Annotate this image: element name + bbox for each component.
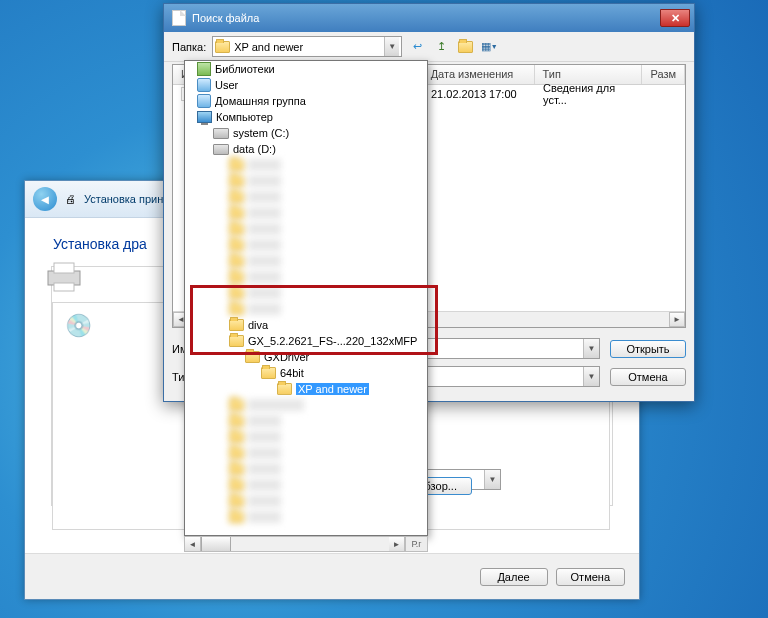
tree-node-label: system (C:) <box>233 127 289 139</box>
tree-node-label: hidden <box>248 239 281 251</box>
fold-icon <box>229 431 244 443</box>
tree-node[interactable]: hidden <box>185 189 427 205</box>
tree-node-label: hidden <box>248 511 281 523</box>
fold-icon <box>229 335 244 347</box>
fold-icon <box>229 223 244 235</box>
tree-node-label: hidden <box>248 191 281 203</box>
install-printer-title: Установка прин <box>84 193 163 205</box>
file-finder-title: Поиск файла <box>192 12 259 24</box>
scroll-right-icon[interactable]: ► <box>669 312 685 327</box>
fold-icon <box>229 511 244 523</box>
tree-node[interactable]: Компьютер <box>185 109 427 125</box>
tree-node[interactable]: XP and newer <box>185 381 427 397</box>
chevron-down-icon[interactable]: ▼ <box>583 367 599 386</box>
tree-node[interactable]: hidden <box>185 269 427 285</box>
tree-node-label: 64bit <box>280 367 304 379</box>
cancel-button[interactable]: Отмена <box>556 568 625 586</box>
fold-icon <box>229 159 244 171</box>
tree-node[interactable]: hidden <box>185 445 427 461</box>
svg-rect-1 <box>54 263 74 273</box>
file-finder-titlebar[interactable]: Поиск файла ✕ <box>164 4 694 32</box>
tree-node-label: GX_5.2.2621_FS-...220_132xMFP <box>248 335 417 347</box>
file-finder-toolbar: Папка: XP and newer ▼ ↩ ↥ ▦▼ <box>164 32 694 62</box>
tree-node[interactable]: data (D:) <box>185 141 427 157</box>
fold-icon <box>245 351 260 363</box>
tree-node-label: diva <box>248 319 268 331</box>
tree-node[interactable]: GX_5.2.2621_FS-...220_132xMFP <box>185 333 427 349</box>
fold-icon <box>229 319 244 331</box>
col-size[interactable]: Разм <box>642 65 685 84</box>
up-folder-icon[interactable]: ↥ <box>432 38 450 56</box>
disk-icon: 💿 <box>65 313 92 339</box>
tree-node[interactable]: hidden <box>185 221 427 237</box>
tree-node-label: hidden <box>248 271 281 283</box>
close-button[interactable]: ✕ <box>660 9 690 27</box>
tree-node[interactable]: hidden <box>185 253 427 269</box>
tree-node[interactable]: hidden <box>185 205 427 221</box>
col-date[interactable]: Дата изменения <box>423 65 535 84</box>
printer-icon: 🖨 <box>65 193 76 205</box>
svg-rect-2 <box>54 283 74 291</box>
tree-node[interactable]: hidden <box>185 285 427 301</box>
fold-icon <box>229 271 244 283</box>
back-button[interactable]: ◄ <box>33 187 57 211</box>
new-folder-icon[interactable] <box>456 38 474 56</box>
printer-big-icon <box>44 259 84 293</box>
tree-node[interactable]: hidden <box>185 301 427 317</box>
fold-icon <box>229 495 244 507</box>
chevron-down-icon[interactable]: ▼ <box>484 470 500 489</box>
tree-node[interactable]: diva <box>185 317 427 333</box>
tree-node-label: GXDriver <box>264 351 309 363</box>
chevron-down-icon[interactable]: ▼ <box>583 339 599 358</box>
scroll-left-icon[interactable]: ◄ <box>185 537 201 551</box>
tree-node-label: hidden <box>248 415 281 427</box>
fold-icon <box>261 367 276 379</box>
scroll-right-icon[interactable]: ► <box>389 537 405 551</box>
tree-node-label: User <box>215 79 238 91</box>
fold-icon <box>229 175 244 187</box>
go-back-icon[interactable]: ↩ <box>408 38 426 56</box>
tree-node-label: hidden <box>248 431 281 443</box>
fold-icon <box>229 399 244 411</box>
tree-node[interactable]: hidden <box>185 509 427 525</box>
tree-node[interactable]: hidden <box>185 477 427 493</box>
tree-horizontal-scroll[interactable]: ◄ ► Р.г <box>184 536 428 552</box>
tree-node[interactable]: SoftDSetup <box>185 397 427 413</box>
tree-node-label: hidden <box>248 255 281 267</box>
tree-node[interactable]: User <box>185 77 427 93</box>
fold-icon <box>229 447 244 459</box>
tree-node[interactable]: hidden <box>185 461 427 477</box>
chevron-down-icon[interactable]: ▼ <box>384 37 399 56</box>
tree-node-label: SoftDSetup <box>248 399 304 411</box>
tree-node[interactable]: GXDriver <box>185 349 427 365</box>
folder-label: Папка: <box>172 41 206 53</box>
view-menu-icon[interactable]: ▦▼ <box>480 38 498 56</box>
next-button[interactable]: Далее <box>480 568 548 586</box>
open-button[interactable]: Открыть <box>610 340 686 358</box>
user-icon <box>197 94 211 108</box>
user-icon <box>197 78 211 92</box>
tree-node[interactable]: hidden <box>185 493 427 509</box>
tree-node[interactable]: 64bit <box>185 365 427 381</box>
folder-combo[interactable]: XP and newer ▼ <box>212 36 402 57</box>
tree-node[interactable]: hidden <box>185 237 427 253</box>
fold-icon <box>229 239 244 251</box>
tree-node[interactable]: Библиотеки <box>185 61 427 77</box>
fold-icon <box>229 287 244 299</box>
tree-node-label: XP and newer <box>296 383 369 395</box>
tree-node[interactable]: hidden <box>185 429 427 445</box>
cancel-button-finder[interactable]: Отмена <box>610 368 686 386</box>
tree-node-label: hidden <box>248 223 281 235</box>
tree-node[interactable]: hidden <box>185 413 427 429</box>
tree-node[interactable]: hidden <box>185 173 427 189</box>
folder-tree-dropdown[interactable]: БиблиотекиUserДомашняя группаКомпьютерsy… <box>184 60 428 536</box>
drive-icon <box>213 144 229 155</box>
scroll-thumb[interactable] <box>201 537 231 551</box>
tree-node-label: hidden <box>248 175 281 187</box>
tree-node[interactable]: hidden <box>185 157 427 173</box>
tree-node[interactable]: Домашняя группа <box>185 93 427 109</box>
tree-node-label: hidden <box>248 447 281 459</box>
fold-icon <box>229 255 244 267</box>
tree-node[interactable]: system (C:) <box>185 125 427 141</box>
tree-node-label: data (D:) <box>233 143 276 155</box>
